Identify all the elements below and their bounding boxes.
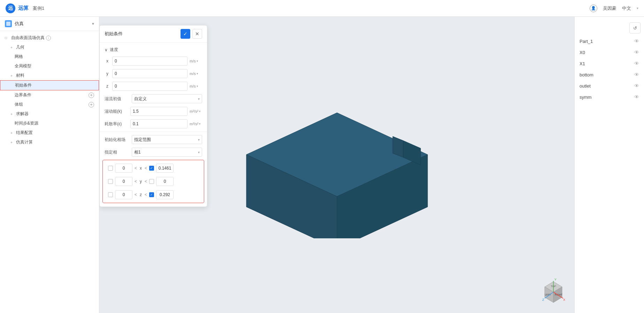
turbulent-energy-input[interactable]	[130, 107, 187, 116]
velocity-y-unit: m/s ▾	[190, 72, 202, 76]
visibility-icon-outlet[interactable]: 👁	[634, 83, 639, 89]
init-phase-field-row: 初始化相场 指定范围 ▾	[100, 133, 207, 146]
right-panel-item-symm[interactable]: symm 👁	[575, 91, 644, 103]
range-z-max-checkbox[interactable]: ✓	[149, 192, 154, 197]
visibility-icon-x0[interactable]: 👁	[634, 50, 639, 55]
range-z-max-input[interactable]	[156, 190, 174, 199]
range-section: < x < ✓ < y <	[102, 160, 204, 203]
right-panel-item-bottom[interactable]: bottom 👁	[575, 69, 644, 80]
range-y-axis: y	[139, 179, 143, 184]
panel-confirm-button[interactable]: ✓	[181, 29, 190, 39]
visibility-icon-bottom[interactable]: 👁	[634, 72, 639, 77]
tree-label-mesh: 网格	[15, 54, 23, 60]
init-phase-field-label: 初始化相场	[105, 137, 129, 143]
init-phase-field-select[interactable]: 指定范围 ▾	[132, 135, 202, 144]
visibility-icon-x1[interactable]: 👁	[634, 61, 639, 66]
tree-item-result-config[interactable]: ＋ 结果配置	[0, 128, 99, 137]
expand-icon-result: ＋	[10, 131, 15, 135]
velocity-y-row: y m/s ▾	[100, 67, 207, 80]
range-z-min-input[interactable]	[115, 190, 132, 199]
tree-item-body-group[interactable]: 体组 +	[0, 100, 99, 109]
velocity-z-unit: m/s ▾	[190, 84, 202, 88]
language-selector[interactable]: 中文	[622, 5, 631, 12]
velocity-x-input[interactable]	[112, 57, 187, 66]
symm-label: symm	[580, 95, 634, 100]
velocity-y-input[interactable]	[112, 69, 187, 78]
specified-phase-select[interactable]: 相1 ▾	[132, 148, 202, 157]
lang-dropdown-icon[interactable]: ▾	[637, 6, 638, 10]
tree-item-initial-condition[interactable]: 初始条件	[0, 80, 99, 90]
range-z-min-checkbox[interactable]	[108, 192, 113, 197]
turbulence-initial-label: 湍流初值	[105, 96, 129, 102]
range-x-min-checkbox[interactable]	[108, 166, 113, 171]
tree-container: □ 自由表面流场仿真 i ＋ 几何 网格 全局模型 ＋ 材料	[0, 31, 99, 313]
range-y-min-checkbox[interactable]	[108, 179, 113, 184]
tree-item-solver[interactable]: ＋ 求解器	[0, 109, 99, 119]
specified-phase-row: 指定相 相1 ▾	[100, 146, 207, 158]
refresh-button[interactable]: ↺	[629, 22, 641, 33]
visibility-icon-symm[interactable]: 👁	[634, 94, 639, 100]
range-x-max-checkbox[interactable]: ✓	[149, 166, 154, 171]
init-phase-select-arrow: ▾	[198, 138, 200, 142]
tree-item-material[interactable]: ＋ 材料	[0, 71, 99, 80]
turbulence-initial-select[interactable]: 自定义 ▾	[132, 94, 202, 103]
unit-dropdown-icon-y[interactable]: ▾	[197, 72, 198, 75]
tree-label-material: 材料	[16, 73, 24, 79]
range-y-lt2: <	[144, 179, 148, 184]
range-y-max-input[interactable]	[156, 177, 174, 186]
visibility-icon-part1[interactable]: 👁	[634, 38, 639, 44]
expand-icon-material: ＋	[10, 73, 15, 78]
collapse-button[interactable]: ▾	[92, 21, 94, 26]
range-y-row: < y <	[103, 175, 204, 188]
turbulence-initial-row: 湍流初值 自定义 ▾	[100, 92, 207, 105]
turbulent-energy-unit: m²/s² ▾	[190, 109, 202, 113]
specified-phase-label: 指定相	[105, 149, 129, 155]
range-x-max-input[interactable]	[156, 164, 174, 173]
range-y-max-checkbox[interactable]	[149, 179, 154, 184]
unit-dropdown-icon[interactable]: ▾	[197, 59, 198, 63]
left-panel-header: 仿真 ▾	[0, 17, 99, 31]
tree-item-full-model[interactable]: 全局模型	[0, 61, 99, 71]
y-axis-label: y	[105, 71, 110, 76]
unit-dropdown-ep[interactable]: ▾	[199, 122, 201, 126]
app-name: 远算	[18, 5, 29, 12]
x0-label: X0	[580, 50, 634, 55]
tree-item-sim-calc[interactable]: ＋ 仿真计算	[0, 137, 99, 147]
tree-label-geometry: 几何	[16, 44, 24, 50]
velocity-label: 速度	[110, 47, 118, 53]
range-x-min-input[interactable]	[115, 164, 132, 173]
left-panel: 仿真 ▾ □ 自由表面流场仿真 i ＋ 几何 网格 全局模型	[0, 17, 99, 313]
velocity-z-input[interactable]	[112, 82, 187, 91]
user-name: 吴因豪	[603, 5, 616, 12]
right-panel-item-x0[interactable]: X0 👁	[575, 47, 644, 58]
dissipation-rate-row: 耗散率(ε) m²/s² ▾	[100, 118, 207, 130]
left-panel-title: 仿真	[15, 21, 92, 27]
velocity-section-header[interactable]: ∨ 速度	[100, 45, 207, 55]
right-panel-item-part1[interactable]: Part_1 👁	[575, 36, 644, 47]
tree-item-geometry[interactable]: ＋ 几何	[0, 43, 99, 52]
main-layout: 仿真 ▾ □ 自由表面流场仿真 i ＋ 几何 网格 全局模型	[0, 17, 644, 313]
tree-label-boundary-condition: 边界条件	[15, 92, 31, 98]
right-panel-item-outlet[interactable]: outlet 👁	[575, 80, 644, 91]
panel-close-button[interactable]: ✕	[192, 29, 202, 39]
range-z-row: < z < ✓	[103, 188, 204, 201]
tree-item-mesh[interactable]: 网格	[0, 52, 99, 61]
velocity-z-row: z m/s ▾	[100, 80, 207, 92]
tree-item-time-step[interactable]: 时间步&资源	[0, 119, 99, 128]
unit-dropdown-icon-z[interactable]: ▾	[197, 84, 198, 88]
unit-dropdown-ke[interactable]: ▾	[199, 110, 201, 113]
range-y-lt1: <	[134, 179, 138, 184]
floating-panel: 初始条件 ✓ ✕ ∨ 速度 x m/s ▾	[99, 25, 207, 207]
dissipation-input[interactable]	[130, 119, 187, 128]
tree-item-free-surface[interactable]: □ 自由表面流场仿真 i	[0, 33, 99, 43]
range-y-min-input[interactable]	[115, 177, 132, 186]
dissipation-unit: m²/s² ▾	[190, 122, 202, 126]
center-area: 初始条件 ✓ ✕ ∨ 速度 x m/s ▾	[99, 17, 574, 313]
expand-icon-solver: ＋	[10, 112, 15, 117]
add-body-button[interactable]: +	[89, 102, 94, 107]
tree-item-boundary-condition[interactable]: 边界条件 +	[0, 90, 99, 100]
floating-panel-header: 初始条件 ✓ ✕	[100, 25, 207, 43]
right-panel-item-x1[interactable]: X1 👁	[575, 58, 644, 69]
tab-title: 案例1	[33, 5, 44, 12]
add-boundary-button[interactable]: +	[89, 92, 94, 98]
